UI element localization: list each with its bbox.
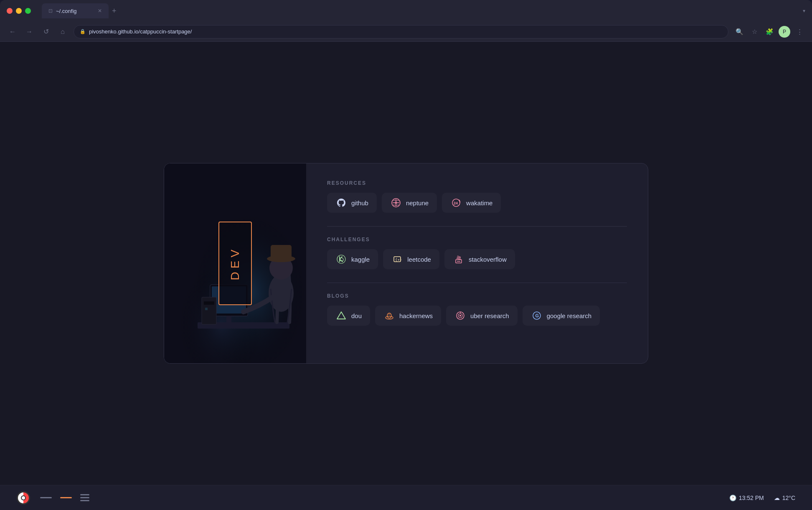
svg-line-27 (457, 256, 461, 257)
hackernews-label: hackernews (399, 312, 433, 319)
challenges-title: CHALLENGES (327, 237, 627, 242)
stackoverflow-icon (453, 253, 464, 265)
svg-rect-15 (271, 245, 292, 260)
pokeball-icon[interactable] (17, 491, 30, 505)
svg-point-29 (386, 316, 393, 319)
svg-point-34 (459, 315, 461, 316)
title-bar: ⊡ ~/.config ✕ + ▾ (0, 0, 812, 22)
nav-item-2[interactable] (60, 497, 72, 498)
bottom-nav-items (40, 494, 89, 501)
close-button[interactable] (7, 8, 13, 14)
menu-icon[interactable]: ⋮ (794, 26, 805, 38)
leetcode-icon: {+} (391, 253, 403, 265)
tab-close-icon[interactable]: ✕ (98, 8, 102, 14)
address-bar[interactable]: 🔒 pivoshenko.github.io/catppuccin-startp… (74, 25, 728, 38)
content-panel: RESOURCES github (306, 163, 648, 363)
content-area: DEV RESOURCES gith (0, 42, 812, 485)
neptune-label: neptune (406, 199, 429, 207)
current-time: 13:52 PM (739, 495, 764, 501)
svg-text:G: G (535, 313, 539, 318)
dou-label: dou (351, 312, 362, 319)
back-button[interactable]: ← (7, 26, 18, 38)
image-panel: DEV (164, 163, 306, 363)
svg-rect-7 (226, 316, 231, 324)
stackoverflow-label: stackoverflow (469, 256, 507, 263)
svg-line-25 (457, 258, 461, 259)
resources-divider (327, 226, 627, 227)
time-widget: 🕐 13:52 PM (729, 495, 764, 501)
challenges-section: CHALLENGES kaggle (327, 237, 627, 269)
main-card: DEV RESOURCES gith (164, 163, 648, 364)
neptune-icon (390, 197, 402, 209)
maximize-button[interactable] (25, 8, 31, 14)
active-tab[interactable]: ⊡ ~/.config ✕ (42, 3, 109, 18)
new-tab-button[interactable]: + (112, 7, 117, 15)
uber-icon (454, 310, 466, 321)
leetcode-label: leetcode (407, 256, 431, 263)
wakatime-link[interactable]: 24 wakatime (442, 193, 501, 213)
nav-item-3[interactable] (80, 494, 89, 501)
extensions-icon[interactable]: 🧩 (764, 26, 775, 38)
uber-research-label: uber research (470, 312, 509, 319)
bottom-left (17, 491, 89, 505)
github-label: github (351, 199, 368, 207)
home-button[interactable]: ⌂ (57, 26, 69, 38)
challenges-links: kaggle {+} leetcode (327, 249, 627, 269)
resources-links: github (327, 193, 627, 213)
neptune-link[interactable]: neptune (382, 193, 437, 213)
svg-text:{+}: {+} (395, 258, 402, 262)
challenges-divider (327, 283, 627, 283)
kaggle-icon (335, 253, 347, 265)
bottom-right: 🕐 13:52 PM ☁ 12°C (729, 495, 795, 501)
wakatime-label: wakatime (466, 199, 492, 207)
nav-item-1[interactable] (40, 497, 52, 498)
svg-marker-28 (337, 312, 345, 319)
dev-panel: DEV (218, 222, 252, 305)
weather-icon: ☁ (774, 495, 780, 501)
resources-title: RESOURCES (327, 180, 627, 186)
blogs-links: dou hackernews (327, 306, 627, 326)
svg-point-20 (337, 255, 345, 263)
dou-link[interactable]: dou (327, 306, 370, 326)
uber-research-link[interactable]: uber research (446, 306, 518, 326)
tab-bar: ⊡ ~/.config ✕ + (42, 3, 117, 18)
temperature: 12°C (782, 495, 795, 501)
tab-title: ~/.config (56, 8, 77, 14)
search-icon[interactable]: 🔍 (733, 26, 745, 38)
svg-point-17 (395, 201, 397, 204)
wakatime-icon: 24 (450, 197, 462, 209)
svg-point-31 (388, 313, 391, 315)
minimize-button[interactable] (16, 8, 22, 14)
browser-window: ⊡ ~/.config ✕ + ▾ ← → ↺ ⌂ 🔒 pivoshenko.g… (0, 0, 812, 510)
clock-icon: 🕐 (729, 495, 736, 501)
traffic-lights (7, 8, 31, 14)
bottom-bar: 🕐 13:52 PM ☁ 12°C (0, 485, 812, 510)
google-research-label: google research (547, 312, 592, 319)
svg-line-26 (457, 257, 461, 258)
dev-text: DEV (228, 246, 242, 280)
kaggle-link[interactable]: kaggle (327, 249, 378, 269)
svg-rect-8 (202, 297, 216, 324)
address-url: pivoshenko.github.io/catppuccin-startpag… (89, 28, 192, 35)
bookmark-icon[interactable]: ☆ (749, 26, 760, 38)
blogs-title: BLOGS (327, 293, 627, 299)
tab-dropdown-icon[interactable]: ▾ (803, 8, 805, 14)
github-link[interactable]: github (327, 193, 377, 213)
leetcode-link[interactable]: {+} leetcode (383, 249, 439, 269)
refresh-button[interactable]: ↺ (40, 26, 52, 38)
weather-widget: ☁ 12°C (774, 495, 795, 501)
kaggle-label: kaggle (351, 256, 370, 263)
profile-icon[interactable]: P (779, 26, 790, 38)
nav-actions: 🔍 ☆ 🧩 P ⋮ (733, 26, 805, 38)
forward-button[interactable]: → (23, 26, 35, 38)
address-lock-icon: 🔒 (80, 29, 86, 34)
hackernews-link[interactable]: hackernews (375, 306, 441, 326)
google-icon: G (531, 310, 543, 321)
nav-bar: ← → ↺ ⌂ 🔒 pivoshenko.github.io/catppucci… (0, 22, 812, 42)
svg-rect-10 (205, 308, 208, 310)
svg-rect-9 (204, 301, 214, 305)
github-icon (335, 197, 347, 209)
google-research-link[interactable]: G google research (523, 306, 600, 326)
stackoverflow-link[interactable]: stackoverflow (444, 249, 515, 269)
svg-text:24: 24 (454, 201, 458, 205)
